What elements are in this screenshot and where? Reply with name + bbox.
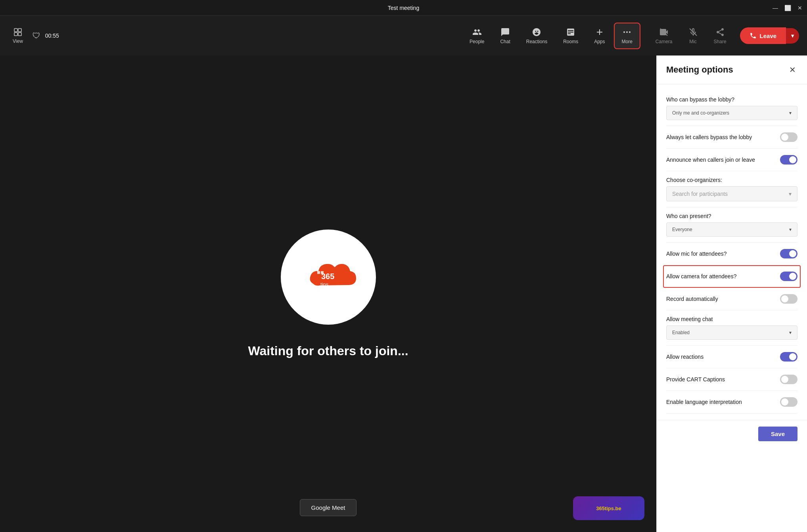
shield-icon: 🛡 <box>33 31 40 40</box>
close-button[interactable]: ✕ <box>797 5 802 11</box>
leave-button[interactable]: Leave <box>740 27 786 44</box>
share-icon <box>715 27 725 37</box>
view-button[interactable]: View <box>8 24 28 47</box>
svg-text:tips: tips <box>320 281 329 287</box>
callers-bypass-option: Always let callers bypass the lobby <box>666 126 797 149</box>
allow-reactions-option: Allow reactions <box>666 346 797 368</box>
co-organizers-search[interactable]: Search for participants ▾ <box>666 186 797 201</box>
main-area: 365 tips Waiting for others to join... G… <box>0 55 807 532</box>
maximize-button[interactable]: ⬜ <box>784 5 791 11</box>
announce-callers-label: Announce when callers join or leave <box>666 157 777 163</box>
panel-close-button[interactable]: ✕ <box>788 63 797 76</box>
language-interpretation-label: Enable language interpretation <box>666 399 777 405</box>
lobby-bypass-option: Who can bypass the lobby? Only me and co… <box>666 91 797 126</box>
allow-camera-toggle[interactable] <box>780 272 797 281</box>
language-interpretation-toggle[interactable] <box>780 397 797 407</box>
svg-rect-11 <box>317 271 320 274</box>
more-button[interactable]: More <box>614 23 640 49</box>
svg-rect-0 <box>14 29 17 32</box>
allow-camera-label: Allow camera for attendees? <box>666 273 777 279</box>
chevron-down-icon: ▾ <box>789 191 792 197</box>
toolbar-center: People Chat Reactions Rooms <box>462 23 640 49</box>
camera-label: Camera <box>656 39 673 44</box>
record-auto-label: Record automatically <box>666 296 777 302</box>
apps-icon <box>595 27 604 37</box>
mic-icon <box>688 27 698 37</box>
record-auto-toggle[interactable] <box>780 294 797 304</box>
who-can-present-value: Everyone <box>672 227 692 232</box>
chat-button[interactable]: Chat <box>493 23 517 48</box>
record-auto-option: Record automatically <box>666 288 797 310</box>
chevron-down-icon: ▾ <box>789 110 792 116</box>
lobby-bypass-label: Who can bypass the lobby? <box>666 96 797 103</box>
allow-reactions-label: Allow reactions <box>666 354 777 360</box>
save-button-area: Save <box>657 420 807 448</box>
save-button[interactable]: Save <box>758 427 797 441</box>
share-label: Share <box>714 39 726 44</box>
window-controls: — ⬜ ✕ <box>772 5 802 11</box>
allow-chat-label: Allow meeting chat <box>666 316 797 322</box>
who-can-present-dropdown[interactable]: Everyone ▾ <box>666 222 797 237</box>
people-button[interactable]: People <box>462 23 491 48</box>
who-can-present-option: Who can present? Everyone ▾ <box>666 207 797 243</box>
callers-bypass-label: Always let callers bypass the lobby <box>666 134 777 140</box>
leave-dropdown-button[interactable]: ▼ <box>786 28 799 44</box>
camera-icon <box>659 27 669 37</box>
allow-mic-label: Allow mic for attendees? <box>666 251 777 257</box>
view-label: View <box>13 38 23 44</box>
toggle-slider <box>780 249 797 258</box>
google-meet-button[interactable]: Google Meet <box>300 499 357 516</box>
allow-chat-dropdown[interactable]: Enabled ▾ <box>666 325 797 340</box>
window-title: Test meeting <box>388 5 419 11</box>
cart-captions-option: Provide CART Captions <box>666 368 797 391</box>
apps-button[interactable]: Apps <box>587 23 612 48</box>
toolbar-right: Camera Mic Share Leave ▼ <box>648 23 799 48</box>
lobby-bypass-value: Only me and co-organizers <box>672 110 729 116</box>
svg-rect-2 <box>14 33 17 36</box>
cart-captions-toggle[interactable] <box>780 375 797 384</box>
leave-phone-icon <box>749 32 757 39</box>
view-icon <box>13 27 23 37</box>
toggle-slider <box>780 397 797 407</box>
mic-label: Mic <box>689 39 697 44</box>
minimize-button[interactable]: — <box>772 5 778 11</box>
camera-button[interactable]: Camera <box>648 23 680 48</box>
toggle-slider <box>780 272 797 281</box>
announce-callers-option: Announce when callers join or leave <box>666 149 797 171</box>
allow-reactions-toggle[interactable] <box>780 352 797 362</box>
rooms-button[interactable]: Rooms <box>556 23 585 48</box>
waiting-text: Waiting for others to join... <box>248 344 408 358</box>
svg-rect-3 <box>18 33 21 36</box>
people-label: People <box>470 39 484 44</box>
chat-icon <box>500 27 510 37</box>
apps-label: Apps <box>594 39 605 44</box>
call-timer: 00:55 <box>45 33 59 39</box>
toggle-slider <box>780 294 797 304</box>
toolbar: View 🛡 00:55 People Chat Reactions <box>0 16 807 55</box>
callers-bypass-toggle[interactable] <box>780 132 797 142</box>
svg-point-5 <box>626 31 628 33</box>
avatar-circle: 365 tips <box>281 230 376 325</box>
toolbar-left: View 🛡 00:55 <box>8 24 59 47</box>
svg-rect-12 <box>321 271 324 274</box>
mic-button[interactable]: Mic <box>681 23 705 48</box>
co-organizers-option: Choose co-organizers: Search for partici… <box>666 171 797 207</box>
announce-callers-toggle[interactable] <box>780 155 797 165</box>
svg-rect-1 <box>18 29 21 32</box>
watermark-text: 365tips.be <box>596 505 621 511</box>
leave-label: Leave <box>760 33 777 39</box>
allow-mic-option: Allow mic for attendees? <box>666 243 797 265</box>
language-interpretation-option: Enable language interpretation <box>666 391 797 413</box>
panel-header: Meeting options ✕ <box>657 55 807 84</box>
chevron-down-icon: ▾ <box>789 227 792 232</box>
allow-mic-toggle[interactable] <box>780 249 797 258</box>
watermark: 365tips.be <box>573 496 644 520</box>
allow-camera-option: Allow camera for attendees? <box>663 265 801 288</box>
video-area: 365 tips Waiting for others to join... G… <box>0 55 656 532</box>
lobby-bypass-dropdown[interactable]: Only me and co-organizers ▾ <box>666 106 797 120</box>
reactions-button[interactable]: Reactions <box>519 23 554 48</box>
toggle-slider <box>780 375 797 384</box>
share-button[interactable]: Share <box>707 23 734 48</box>
panel-title: Meeting options <box>666 65 733 75</box>
more-label: More <box>622 39 633 44</box>
